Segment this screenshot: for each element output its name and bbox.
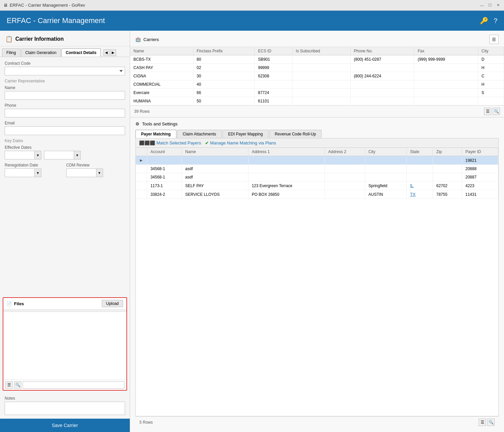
tab-claim-attachments[interactable]: Claim Attachments (177, 130, 222, 138)
save-carrier-button[interactable]: Save Carrier (45, 421, 85, 429)
col-state: State (407, 148, 433, 156)
tools-rows-count: 5 Rows (139, 420, 153, 425)
tab-next-button[interactable]: ▶ (110, 49, 116, 56)
carriers-footer-menu[interactable]: ☰ (484, 108, 491, 115)
files-title-text: Files (14, 301, 24, 306)
files-icon: 📄 (7, 301, 12, 306)
tab-claim-generation[interactable]: Claim Generation (21, 48, 61, 57)
notes-section: Notes (0, 393, 130, 419)
left-panel: 📋 Carrier Information Filing Claim Gener… (0, 31, 130, 432)
tab-revenue-code[interactable]: Revenue Code Roll-Up (269, 130, 322, 138)
files-footer: ☰ 🔍 (3, 380, 126, 390)
eff-date1-picker[interactable]: ▼ (35, 151, 41, 159)
files-header: 📄 Files Upload (3, 298, 126, 310)
col-addr1: Address 1 (248, 148, 325, 156)
tools-footer-menu[interactable]: ☰ (479, 419, 486, 426)
user-icon[interactable]: 🔑 (480, 17, 488, 25)
files-section: 📄 Files Upload ☰ 🔍 (3, 297, 127, 391)
col-indicator (136, 148, 147, 156)
tools-title: ⚙ Tools and Settings (135, 121, 499, 126)
maximize-button[interactable]: ☐ (487, 3, 493, 8)
carriers-table: Name Finclass Prefix ECS ID Is Subscribe… (130, 47, 504, 105)
table-row[interactable]: BCBS-TX80SB901(800) 451-0287(999) 999-99… (130, 55, 504, 64)
carrier-icon: 📋 (5, 35, 13, 43)
phone-input[interactable] (5, 109, 125, 117)
files-menu-button[interactable]: ☰ (5, 381, 13, 389)
eff-date2-picker[interactable]: ▼ (74, 151, 81, 159)
manage-label: Manage Name Matching via Plans (210, 140, 276, 145)
table-row[interactable]: 1173-1SELF PAY123 Evergreen TerraceSprin… (136, 181, 498, 190)
tools-footer-search[interactable]: 🔍 (487, 419, 495, 426)
cdm-date-picker[interactable]: ▼ (96, 168, 103, 177)
tab-payer-matching[interactable]: Payer Matching (135, 130, 176, 138)
table-row[interactable]: ►19821 (136, 156, 498, 165)
carriers-header: 🏥 Carriers ☰ (130, 31, 504, 47)
col-city: City (478, 47, 504, 55)
tab-edi-mapping[interactable]: EDI Payer Mapping (222, 130, 269, 138)
contract-code-select[interactable] (5, 67, 125, 75)
match-selected-payers-button[interactable]: ⬛⬛⬛ Match Selected Payers (139, 140, 201, 145)
email-group: Email (5, 121, 125, 135)
phone-group: Phone (5, 103, 125, 117)
name-input[interactable] (5, 91, 125, 100)
tools-toolbar: ⬛⬛⬛ Match Selected Payers ✔ Manage Name … (135, 138, 499, 148)
save-btn-bar: Save Carrier (0, 419, 130, 432)
col-fax: Fax (414, 47, 478, 55)
notes-input[interactable] (5, 402, 125, 415)
cdm-date-group: CDM Review 3/24/2024 ▼ (66, 163, 125, 177)
name-label: Name (5, 85, 125, 90)
reneg-date-input[interactable]: 3/24/2024 (5, 168, 35, 177)
close-button[interactable]: ✕ (495, 3, 501, 8)
cdm-date-input[interactable]: 3/24/2024 (66, 168, 96, 177)
tab-contract-details[interactable]: Contract Details (61, 48, 101, 57)
checkmark-icon: ✔ (205, 140, 209, 145)
phone-label: Phone (5, 103, 125, 108)
minimize-button[interactable]: — (479, 3, 485, 8)
name-group: Name (5, 85, 125, 100)
reneg-date-picker[interactable]: ▼ (35, 168, 41, 177)
carriers-footer-search[interactable]: 🔍 (493, 108, 500, 115)
col-subscribed: Is Subscribed (292, 47, 350, 55)
col-addr2: Address 2 (325, 148, 365, 156)
files-search-button[interactable]: 🔍 (14, 381, 21, 389)
col-ecs: ECS ID (255, 47, 292, 55)
tools-table-wrap: Account Name Address 1 Address 2 City St… (135, 148, 499, 416)
tab-filing[interactable]: Filing (2, 48, 20, 57)
table-row[interactable]: Evercare6687724S (130, 89, 504, 97)
col-name: Name (130, 47, 193, 55)
email-input[interactable] (5, 126, 125, 135)
carriers-table-footer: 39 Rows ☰ 🔍 (130, 105, 504, 117)
tabs-row: Filing Claim Generation Contract Details… (0, 46, 130, 57)
right-panel: 🏥 Carriers ☰ Name Finclass Prefix ECS ID… (130, 31, 504, 432)
app-title: ERFAC - Carrier Management (7, 16, 105, 25)
reneg-date-group: Renegotiaton Date 3/24/2024 ▼ (5, 163, 64, 177)
table-row[interactable]: 33824-2SERVICE LLOYDSPO BOX 26850AUSTINT… (136, 190, 498, 199)
eff-date2-input[interactable]: 3/24/2024 (44, 151, 74, 159)
upload-button[interactable]: Upload (102, 300, 123, 307)
eff-date1-input[interactable]: 3/24/2024 (5, 151, 35, 159)
table-row[interactable]: CASH PAY0299999H (130, 64, 504, 72)
table-row[interactable]: 34568-1asdf20887 (136, 173, 498, 181)
col-tname: Name (182, 148, 248, 156)
left-content: Contract Code Carrier Representative Nam… (0, 57, 130, 295)
match-icon: ⬛⬛⬛ (139, 140, 155, 145)
tools-tabs: Payer Matching Claim Attachments EDI Pay… (135, 130, 499, 138)
files-table-header (3, 310, 126, 312)
carriers-icon: 🏥 (135, 37, 141, 42)
help-icon[interactable]: ? (494, 17, 497, 25)
files-body (3, 312, 126, 380)
files-search-input[interactable] (23, 381, 124, 389)
carrier-rep-label: Carrier Representative (5, 79, 125, 83)
table-row[interactable]: 34568-1asdf20888 (136, 165, 498, 173)
tab-prev-button[interactable]: ◀ (103, 49, 109, 56)
key-dates-label: Key Dates (5, 138, 125, 143)
match-label: Match Selected Payers (156, 140, 201, 145)
app-header: ERFAC - Carrier Management 🔑 ? (0, 11, 504, 31)
carriers-menu-button[interactable]: ☰ (489, 35, 499, 44)
manage-name-matching-button[interactable]: ✔ Manage Name Matching via Plans (205, 140, 276, 145)
table-row[interactable]: CIGNA3062308(800) 244-6224C (130, 72, 504, 80)
table-row[interactable]: HUMANA5061101 (130, 97, 504, 105)
notes-label: Notes (5, 396, 125, 401)
carriers-table-wrap: Name Finclass Prefix ECS ID Is Subscribe… (130, 47, 504, 105)
table-row[interactable]: COMMERCIAL40H (130, 80, 504, 89)
